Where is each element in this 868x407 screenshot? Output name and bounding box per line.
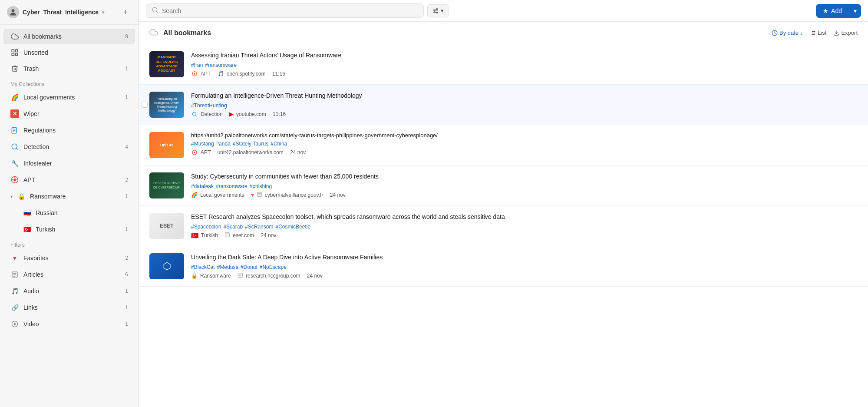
infostealer-icon: 🔧 <box>10 159 19 168</box>
tag[interactable]: #Stately Taurus <box>233 141 269 147</box>
sort-button[interactable]: By date ↓ <box>772 30 803 36</box>
sidebar-add-button[interactable]: + <box>119 6 132 18</box>
tag[interactable]: #ScRansom <box>245 224 273 230</box>
sidebar-item-wiper[interactable]: ✕ Wiper <box>3 106 135 122</box>
turkish-flag-icon: 🇹🇷 <box>23 225 31 234</box>
meta-row: 🌈 Local governments · ♥ cybermalveillanc… <box>191 192 858 199</box>
delete-button[interactable] <box>847 92 858 104</box>
tag[interactable]: #BlackCat <box>191 264 215 270</box>
local-governments-badge: 1 <box>125 94 128 100</box>
view-button[interactable]: List <box>810 30 826 36</box>
sidebar-item-articles[interactable]: Articles 6 <box>3 267 135 282</box>
tag[interactable]: #Spacecolon <box>191 224 221 230</box>
svg-line-24 <box>156 11 158 13</box>
sidebar-item-links[interactable]: 🔗 Links 1 <box>3 300 135 315</box>
sidebar-item-apt[interactable]: APT 2 <box>3 172 135 188</box>
source-url: cybermalveillance.gouv.fr <box>265 192 323 198</box>
time: 24 nov. <box>290 149 307 156</box>
article-meta-icon <box>257 192 262 199</box>
sidebar-item-trash[interactable]: Trash 1 <box>3 61 135 76</box>
add-dropdown-button[interactable]: ▾ <box>849 4 861 18</box>
tag[interactable]: #ThreatHunting <box>191 103 227 109</box>
tag-row: #BlackCat #Medusa #Donut #NoEscape <box>191 264 858 270</box>
bookmark-list: MANDIANTDEFENDER'SADVANTAGEPODCAST Asses… <box>139 44 868 407</box>
list-item: Unit 42 https://unit42.paloaltonetworks.… <box>139 125 868 165</box>
workspace-name[interactable]: Cyber_Threat_Intelligence ▾ <box>7 6 104 18</box>
edit-button[interactable]: Edit <box>827 93 844 103</box>
source-url: youtube.com <box>236 111 266 117</box>
search-input[interactable] <box>162 7 418 14</box>
cloud-icon <box>10 32 19 41</box>
svg-point-12 <box>13 179 16 181</box>
sidebar-item-all-bookmarks[interactable]: All bookmarks 9 <box>3 29 135 44</box>
sidebar-item-local-governments[interactable]: 🌈 Local governments 1 <box>3 89 135 105</box>
page-title: All bookmarks <box>163 29 211 37</box>
rainbow-icon: 🌈 <box>10 93 19 102</box>
music-icon: 🎵 <box>218 71 224 77</box>
detection-badge: 4 <box>125 144 128 150</box>
sidebar-item-turkish[interactable]: 🇹🇷 Turkish 1 <box>3 222 135 237</box>
tag[interactable]: #phishing <box>250 183 272 189</box>
sidebar-item-video[interactable]: Video 1 <box>3 316 135 332</box>
svg-point-50 <box>818 96 819 98</box>
trash-label: Trash <box>23 65 39 72</box>
unsorted-label: Unsorted <box>23 49 48 56</box>
tag[interactable]: #NoEscape <box>260 264 287 270</box>
article-meta-icon-2 <box>224 232 230 239</box>
sidebar-header: Cyber_Threat_Intelligence ▾ + <box>0 0 139 25</box>
wiper-icon: ✕ <box>10 109 19 118</box>
add-button[interactable]: ★ Add <box>816 4 849 18</box>
all-bookmarks-badge: 9 <box>125 33 128 40</box>
bookmark-thumbnail: DES COLLECTIVITDE CYBERSECURI <box>149 172 184 199</box>
star-icon: ★ <box>823 7 828 14</box>
bookmark-title: Assessing Iranian Threat Actors' Usage o… <box>191 51 858 60</box>
sidebar-item-favorites[interactable]: ♥ Favorites 2 <box>3 250 135 266</box>
trash-icon <box>10 64 19 73</box>
sidebar-item-russian[interactable]: 🇷🇺 Russian <box>3 205 135 221</box>
tag[interactable]: #Mustang Panda <box>191 141 231 147</box>
svg-point-23 <box>152 7 157 12</box>
tag[interactable]: #Scarab <box>223 224 243 230</box>
sidebar-item-regulations[interactable]: Regulations <box>3 122 135 138</box>
sidebar-item-audio[interactable]: 🎵 Audio 1 <box>3 283 135 299</box>
tag[interactable]: #dataleak <box>191 183 214 189</box>
tag[interactable]: #ransomware <box>216 183 248 189</box>
sidebar-item-unsorted[interactable]: Unsorted <box>3 45 135 60</box>
tag[interactable]: #Iran <box>191 62 203 68</box>
bookmark-title: Formulating an Intelligence-Driven Threa… <box>191 92 806 100</box>
tag[interactable]: #ransomware <box>205 62 237 68</box>
article-meta-icon-3 <box>238 272 243 279</box>
bookmark-title: Unveiling the Dark Side: A Deep Dive int… <box>191 253 858 262</box>
tag[interactable]: #China <box>271 141 287 147</box>
meta-row: APT · unit42.paloaltonetworks.com · 24 n… <box>191 149 858 156</box>
tag[interactable]: #Donut <box>241 264 257 270</box>
sidebar-item-infostealer[interactable]: 🔧 Infostealer <box>3 156 135 171</box>
filter-button[interactable]: ▾ <box>427 4 449 17</box>
sidebar: Cyber_Threat_Intelligence ▾ + All bookma… <box>0 0 139 407</box>
export-label: Export <box>841 30 858 36</box>
turkish-label: Turkish <box>36 226 55 233</box>
sidebar-item-detection[interactable]: Detection 4 <box>3 139 135 155</box>
ransomware-chevron: ▾ <box>10 194 13 199</box>
sidebar-item-ransomware[interactable]: ▾ 🔒 Ransomware 1 <box>3 189 135 204</box>
links-icon: 🔗 <box>10 303 19 312</box>
tag[interactable]: #Medusa <box>217 264 238 270</box>
collection-name: APT <box>201 71 211 77</box>
preview-button[interactable] <box>813 92 824 104</box>
filter-chevron: ▾ <box>441 7 444 14</box>
source-url: open.spotify.com <box>227 71 266 77</box>
audio-label: Audio <box>23 288 39 294</box>
search-wrap <box>146 3 424 18</box>
turkish-meta-flag: 🇹🇷 <box>191 232 198 239</box>
list-item: DES COLLECTIVITDE CYBERSECURI Study: Cyb… <box>139 165 868 206</box>
export-button[interactable]: Export <box>833 30 858 36</box>
tag-row: #Spacecolon #Scarab #ScRansom #CosmicBee… <box>191 224 858 230</box>
item-checkbox[interactable] <box>142 102 148 108</box>
source-url: eset.com <box>233 232 254 238</box>
ransomware-meta-icon: 🔒 <box>191 273 198 279</box>
russian-label: Russian <box>36 209 58 216</box>
tag[interactable]: #CosmicBeetle <box>275 224 310 230</box>
add-label: Add <box>831 7 842 14</box>
all-bookmarks-cloud-icon <box>149 28 158 38</box>
favorites-badge: 2 <box>125 255 128 261</box>
